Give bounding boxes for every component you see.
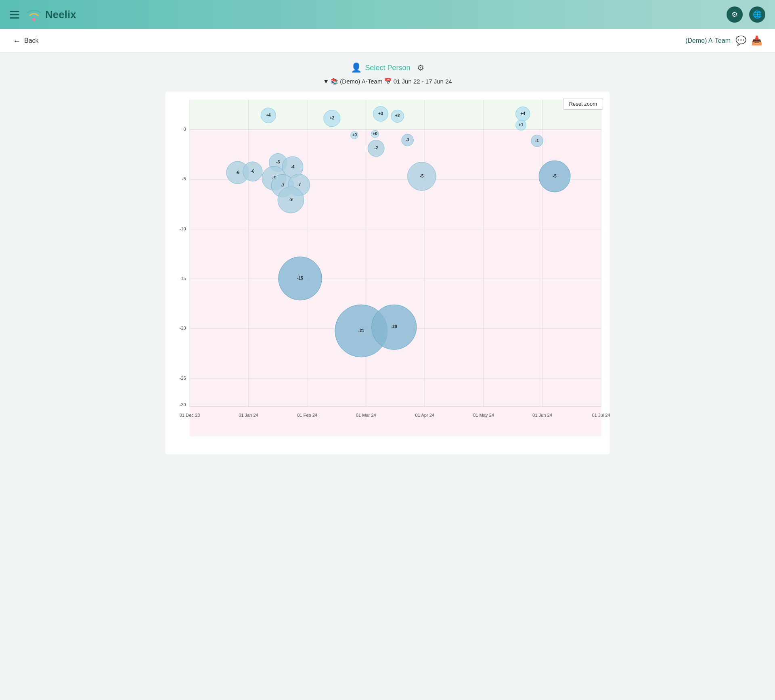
- x-axis-label-3: 01 Mar 24: [356, 413, 376, 418]
- filter-bar: ▼ 📚 (Demo) A-Team 📅 01 Jun 22 - 17 Jun 2…: [13, 78, 762, 85]
- x-axis-label-1: 01 Jan 24: [239, 413, 258, 418]
- bubble-label-5: +4: [520, 111, 525, 116]
- bubble-label-3: +3: [378, 111, 383, 116]
- bubble-label-10: -1: [406, 138, 409, 142]
- gear-icon: ⚙: [731, 10, 738, 19]
- back-label: Back: [24, 37, 39, 44]
- bubble-label-24: -20: [391, 324, 397, 329]
- app-header: Neelix ⚙ 🌐: [0, 0, 775, 29]
- logo: Neelix: [26, 8, 76, 21]
- download-icon[interactable]: 📥: [751, 36, 762, 46]
- bubble-label-9: -2: [374, 146, 378, 150]
- bubble-label-4: +2: [395, 113, 400, 118]
- x-axis-label-2: 01 Feb 24: [297, 413, 317, 418]
- select-person-button[interactable]: 👤 Select Person: [351, 63, 410, 73]
- bubble-label-23: -21: [358, 328, 364, 333]
- bubble-label-2: +2: [330, 116, 335, 120]
- bubble-label-13: -5: [553, 174, 557, 178]
- subheader-right: (Demo) A-Team 💬 📥: [685, 36, 762, 46]
- x-axis-label-6: 01 Jun 24: [532, 413, 552, 418]
- back-arrow-icon: ←: [13, 36, 21, 46]
- bubble-label-17: -4: [291, 165, 294, 169]
- bubble-label-22: -15: [297, 276, 303, 280]
- bubble-label-15: -6: [251, 169, 254, 173]
- filter-settings-icon[interactable]: ⚙: [417, 63, 424, 73]
- y-axis-label-15: -15: [180, 276, 186, 281]
- bubble-label-8: +0: [373, 132, 377, 136]
- subheader: ← Back (Demo) A-Team 💬 📥: [0, 29, 775, 53]
- x-axis-label-4: 01 Apr 24: [415, 413, 435, 418]
- select-person-label: Select Person: [365, 64, 410, 72]
- y-axis-label-5: -5: [182, 176, 186, 181]
- filter-bar-text: ▼ 📚 (Demo) A-Team 📅 01 Jun 22 - 17 Jun 2…: [323, 78, 452, 85]
- bubble-label-20: -7: [297, 182, 301, 187]
- bubble-label-16: -3: [276, 160, 280, 164]
- chart-container: Reset zoom 0 -5 -: [165, 92, 610, 454]
- bubble-label-14: -6: [236, 170, 239, 175]
- header-right: ⚙ 🌐: [727, 6, 765, 23]
- back-button[interactable]: ← Back: [13, 36, 39, 46]
- chat-icon[interactable]: 💬: [735, 36, 746, 46]
- bubble-chart: 0 -5 -10 -15 -20 -25 -30 01 Dec 23 01 Ja…: [190, 100, 601, 437]
- globe-icon: 🌐: [753, 10, 762, 19]
- y-axis-label-10: -10: [180, 226, 186, 231]
- bubble-label-21: -9: [289, 197, 293, 202]
- controls-bar: 👤 Select Person ⚙: [13, 63, 762, 73]
- logo-icon: [26, 8, 42, 21]
- y-axis-label-20: -20: [180, 326, 186, 330]
- reset-zoom-button[interactable]: Reset zoom: [563, 98, 603, 110]
- y-axis-label-30: -30: [180, 402, 186, 407]
- hamburger-menu[interactable]: [10, 11, 19, 19]
- logo-text: Neelix: [45, 8, 76, 21]
- bubble-label-19: -7: [281, 183, 284, 188]
- main-content: 👤 Select Person ⚙ ▼ 📚 (Demo) A-Team 📅 01…: [0, 53, 775, 464]
- x-axis-label-0: 01 Dec 23: [180, 413, 200, 418]
- header-left: Neelix: [10, 8, 76, 21]
- x-axis-label-5: 01 May 24: [473, 413, 494, 418]
- bubble-label-11: -1: [535, 138, 539, 143]
- svg-point-0: [32, 18, 36, 21]
- bubble-label-12: -5: [420, 174, 423, 178]
- x-axis-label-7: 01 Jul 24: [592, 413, 610, 418]
- y-axis-label-0: 0: [184, 127, 186, 132]
- bubble-label-6: +1: [519, 123, 524, 127]
- team-name: (Demo) A-Team: [685, 37, 731, 44]
- settings-button[interactable]: ⚙: [727, 6, 743, 23]
- bubble-label-1: +4: [266, 113, 271, 117]
- bubble-label-7: +0: [352, 133, 357, 137]
- y-axis-label-25: -25: [180, 376, 186, 380]
- globe-button[interactable]: 🌐: [749, 6, 765, 23]
- person-icon: 👤: [351, 63, 362, 73]
